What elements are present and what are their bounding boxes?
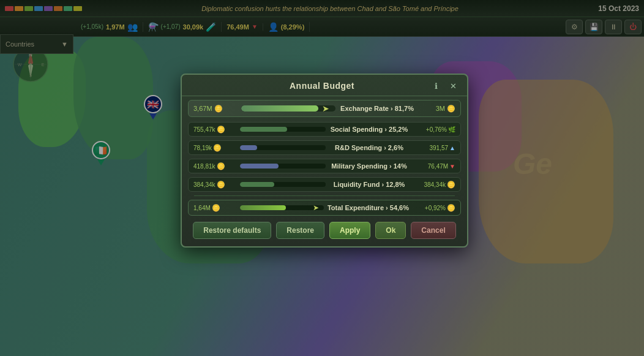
exchange-left-value: 3,67M 🪙 [193, 105, 236, 113]
rd-right-value: 391,57 ▲ [413, 145, 455, 151]
rd-left-value: 78,19k 🪙 [193, 144, 236, 152]
down-arrow-icon: ▼ [449, 163, 455, 170]
total-arrow-icon: ➤ [313, 203, 319, 212]
liquidity-left-value: 384,34k 🪙 [193, 181, 236, 189]
total-right-value: +0,92% 🪙 [413, 204, 455, 212]
exchange-slider[interactable]: ➤ [241, 104, 335, 113]
social-label: Social Spending › 25,2% [329, 126, 409, 133]
budget-section: 3,67M 🪙 ➤ Exchange Rate › 81,7% 3M 🪙 755… [182, 96, 467, 216]
coin-icon-liq: 🪙 [447, 181, 455, 189]
exchange-right-value: 3M 🪙 [419, 105, 455, 113]
liquidity-slider[interactable] [240, 180, 326, 189]
social-left-value: 755,47k 🪙 [193, 126, 236, 134]
rd-spending-row: 78,19k 🪙 R&D Spending › 2,6% 391,57 ▲ [188, 140, 461, 155]
social-right-value: +0,76% 🌿 [413, 126, 455, 133]
total-left-value: 1,64M 🪙 [193, 204, 236, 212]
annual-budget-modal: Annual Budget ℹ ✕ 3,67M 🪙 ➤ Exchange Rat… [181, 74, 468, 248]
close-button[interactable]: ✕ [447, 80, 460, 92]
total-slider[interactable]: ➤ [240, 203, 324, 212]
social-spending-row: 755,47k 🪙 Social Spending › 25,2% +0,76%… [188, 122, 461, 137]
modal-header-icons: ℹ ✕ [430, 80, 460, 92]
exchange-arrow-icon: ➤ [322, 104, 329, 113]
up-arrow-icon: ▲ [449, 145, 455, 151]
modal-divider [194, 195, 455, 196]
ok-button[interactable]: Ok [375, 222, 406, 239]
coin-icon: 🪙 [214, 105, 223, 113]
military-label: Military Spending › 14% [329, 162, 409, 170]
liquidity-right-value: 384,34k 🪙 [413, 181, 455, 189]
exchange-rate-row: 3,67M 🪙 ➤ Exchange Rate › 81,7% 3M 🪙 [188, 100, 461, 117]
rd-slider[interactable] [240, 143, 326, 152]
restore-defaults-button[interactable]: Restore defaults [193, 222, 271, 239]
leaf-icon: 🌿 [448, 126, 455, 133]
modal-header: Annual Budget ℹ ✕ [182, 75, 467, 96]
info-button[interactable]: ℹ [430, 80, 443, 92]
total-expenditure-row: 1,64M 🪙 ➤ Total Expenditure › 54,6% +0,9… [188, 200, 461, 216]
exchange-label: Exchange Rate › 81,7% [340, 105, 414, 112]
restore-button[interactable]: Restore [276, 222, 324, 239]
apply-button[interactable]: Apply [329, 222, 370, 239]
liquidity-fund-row: 384,34k 🪙 Liquidity Fund › 12,8% 384,34k… [188, 177, 461, 192]
rd-label: R&D Spending › 2,6% [329, 144, 409, 151]
modal-footer: Restore defaults Restore Apply Ok Cancel [182, 216, 467, 239]
modal-title: Annual Budget [290, 81, 354, 91]
total-label: Total Expenditure › 54,6% [328, 204, 409, 211]
military-spending-row: 418,81k 🪙 Military Spending › 14% 76,47M… [188, 159, 461, 173]
social-slider[interactable] [240, 125, 326, 134]
military-left-value: 418,81k 🪙 [193, 162, 236, 170]
coin-icon-total: 🪙 [447, 204, 455, 212]
military-slider[interactable] [240, 162, 326, 170]
cancel-button[interactable]: Cancel [411, 222, 455, 239]
coin-icon-right: 🪙 [447, 105, 455, 113]
military-right-value: 76,47M ▼ [413, 163, 455, 170]
liquidity-label: Liquidity Fund › 12,8% [329, 181, 409, 188]
